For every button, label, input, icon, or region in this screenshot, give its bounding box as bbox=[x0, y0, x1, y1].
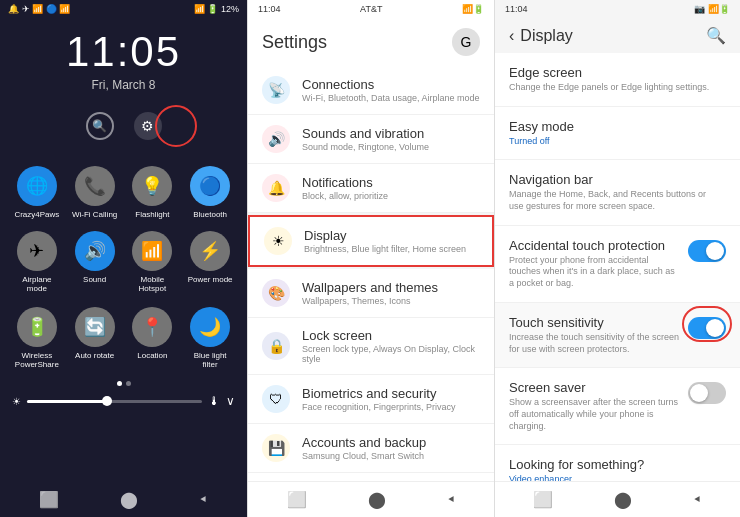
nav-back[interactable]: ‣ bbox=[199, 490, 208, 509]
bottom-nav-2: ⬜ ⬤ ‣ bbox=[248, 481, 494, 517]
screensaver-title: Screen saver bbox=[509, 380, 680, 395]
nav-circle[interactable]: ⬤ bbox=[120, 490, 138, 509]
settings-avatar[interactable]: G bbox=[452, 28, 480, 56]
app-item[interactable]: ✈ Airplane mode bbox=[12, 231, 62, 293]
app-label: Blue light filter bbox=[185, 351, 235, 369]
display-item-edgescreen[interactable]: Edge screen Change the Edge panels or Ed… bbox=[495, 53, 740, 107]
nav-back[interactable]: ‣ bbox=[447, 490, 456, 509]
app-item[interactable]: 🔵 Bluetooth bbox=[185, 166, 235, 219]
touchsensitivity-sub: Increase the touch sensitivity of the sc… bbox=[509, 332, 680, 355]
lockscreen-text: Lock screen Screen lock type, Always On … bbox=[302, 328, 480, 364]
display-item-screensaver[interactable]: Screen saver Show a screensaver after th… bbox=[495, 368, 740, 445]
display-sub: Brightness, Blue light filter, Home scre… bbox=[304, 244, 466, 254]
nav-circle[interactable]: ⬤ bbox=[368, 490, 386, 509]
nav-square[interactable]: ⬜ bbox=[287, 490, 307, 509]
status-icons-display: 📷 📶🔋 bbox=[694, 4, 730, 14]
nav-back[interactable]: ‣ bbox=[693, 490, 702, 509]
screensaver-toggle[interactable] bbox=[688, 382, 726, 404]
status-carrier: AT&T bbox=[360, 4, 382, 14]
app-item[interactable]: 📍 Location bbox=[128, 307, 178, 369]
app-icon-sound: 🔊 bbox=[75, 231, 115, 271]
app-icon-crazy4paws: 🌐 bbox=[17, 166, 57, 206]
settings-list: 📡 Connections Wi-Fi, Bluetooth, Data usa… bbox=[248, 66, 494, 481]
edgescreen-sub: Change the Edge panels or Edge lighting … bbox=[509, 82, 718, 94]
search-icon[interactable]: 🔍 bbox=[86, 112, 114, 140]
search-display-icon[interactable]: 🔍 bbox=[706, 26, 726, 45]
status-icons: 📶🔋 bbox=[462, 4, 484, 14]
accidental-content: Accidental touch protection Protect your… bbox=[509, 238, 680, 290]
touchsensitivity-title: Touch sensitivity bbox=[509, 315, 680, 330]
app-icon-autorotate: 🔄 bbox=[75, 307, 115, 347]
app-item[interactable]: 🔄 Auto rotate bbox=[70, 307, 120, 369]
display-item-navbar[interactable]: Navigation bar Manage the Home, Back, an… bbox=[495, 160, 740, 225]
accidental-toggle[interactable] bbox=[688, 240, 726, 262]
app-grid-row2: ✈ Airplane mode 🔊 Sound 📶 Mobile Hotspot… bbox=[0, 227, 247, 297]
display-item-looking: Looking for something? Video enhancer bbox=[495, 445, 740, 481]
settings-item-accounts[interactable]: 💾 Accounts and backup Samsung Cloud, Sma… bbox=[248, 424, 494, 473]
settings-item-sounds[interactable]: 🔊 Sounds and vibration Sound mode, Ringt… bbox=[248, 115, 494, 164]
display-text: Display Brightness, Blue light filter, H… bbox=[304, 228, 466, 254]
settings-title: Settings bbox=[262, 32, 327, 53]
expand-icon: ∨ bbox=[226, 394, 235, 408]
app-icon-bluetooth: 🔵 bbox=[190, 166, 230, 206]
screensaver-sub: Show a screensaver after the screen turn… bbox=[509, 397, 680, 432]
lockscreen-name: Lock screen bbox=[302, 328, 480, 343]
dot-active bbox=[117, 381, 122, 386]
brightness-control[interactable]: ☀ 🌡 ∨ bbox=[12, 394, 235, 408]
sounds-name: Sounds and vibration bbox=[302, 126, 429, 141]
notifications-icon: 🔔 bbox=[262, 174, 290, 202]
display-item-easymode[interactable]: Easy mode Turned off bbox=[495, 107, 740, 161]
status-bar-lockscreen: 🔔 ✈ 📶 🔵 📶 📶 🔋 12% bbox=[0, 0, 247, 18]
app-label: Wireless PowerShare bbox=[12, 351, 62, 369]
app-item[interactable]: 🔊 Sound bbox=[70, 231, 120, 293]
app-item[interactable]: 🌐 Crazy4Paws bbox=[12, 166, 62, 219]
nav-square[interactable]: ⬜ bbox=[39, 490, 59, 509]
display-item-accidental[interactable]: Accidental touch protection Protect your… bbox=[495, 226, 740, 303]
app-item[interactable]: ⚡ Power mode bbox=[185, 231, 235, 293]
nav-circle[interactable]: ⬤ bbox=[614, 490, 632, 509]
brightness-slider[interactable] bbox=[27, 400, 202, 403]
connections-name: Connections bbox=[302, 77, 480, 92]
navbar-sub: Manage the Home, Back, and Recents butto… bbox=[509, 189, 718, 212]
app-item[interactable]: 🔋 Wireless PowerShare bbox=[12, 307, 62, 369]
wallpapers-text: Wallpapers and themes Wallpapers, Themes… bbox=[302, 280, 438, 306]
clock-date: Fri, March 8 bbox=[0, 78, 247, 92]
accounts-text: Accounts and backup Samsung Cloud, Smart… bbox=[302, 435, 426, 461]
easymode-sub: Turned off bbox=[509, 136, 718, 148]
sounds-icon: 🔊 bbox=[262, 125, 290, 153]
settings-item-google[interactable]: G Google Google settings bbox=[248, 473, 494, 481]
app-item[interactable]: 🌙 Blue light filter bbox=[185, 307, 235, 369]
app-item[interactable]: 📞 Wi-Fi Calling bbox=[70, 166, 120, 219]
status-left-icons: 🔔 ✈ 📶 🔵 📶 bbox=[8, 4, 70, 14]
status-time: 11:04 bbox=[258, 4, 281, 14]
app-item[interactable]: 💡 Flashlight bbox=[128, 166, 178, 219]
settings-item-connections[interactable]: 📡 Connections Wi-Fi, Bluetooth, Data usa… bbox=[248, 66, 494, 115]
app-label: Crazy4Paws bbox=[14, 210, 59, 219]
biometrics-icon: 🛡 bbox=[262, 385, 290, 413]
app-label: Location bbox=[137, 351, 167, 360]
app-grid-row3: 🔋 Wireless PowerShare 🔄 Auto rotate 📍 Lo… bbox=[0, 303, 247, 373]
settings-item-display[interactable]: ☀ Display Brightness, Blue light filter,… bbox=[248, 215, 494, 267]
app-label: Sound bbox=[83, 275, 106, 284]
settings-item-biometrics[interactable]: 🛡 Biometrics and security Face recogniti… bbox=[248, 375, 494, 424]
settings-item-notifications[interactable]: 🔔 Notifications Block, allow, prioritize bbox=[248, 164, 494, 213]
app-item[interactable]: 📶 Mobile Hotspot bbox=[128, 231, 178, 293]
app-icon-bluelight: 🌙 bbox=[190, 307, 230, 347]
edgescreen-title: Edge screen bbox=[509, 65, 718, 80]
settings-item-wallpapers[interactable]: 🎨 Wallpapers and themes Wallpapers, Them… bbox=[248, 269, 494, 318]
settings-item-lockscreen[interactable]: 🔒 Lock screen Screen lock type, Always O… bbox=[248, 318, 494, 375]
notifications-sub: Block, allow, prioritize bbox=[302, 191, 388, 201]
app-label: Wi-Fi Calling bbox=[72, 210, 117, 219]
app-label: Bluetooth bbox=[193, 210, 227, 219]
dot bbox=[126, 381, 131, 386]
biometrics-text: Biometrics and security Face recognition… bbox=[302, 386, 456, 412]
display-item-touchsensitivity[interactable]: Touch sensitivity Increase the touch sen… bbox=[495, 303, 740, 368]
nav-square[interactable]: ⬜ bbox=[533, 490, 553, 509]
brightness-max-icon: 🌡 bbox=[208, 394, 220, 408]
looking-link[interactable]: Video enhancer bbox=[509, 474, 572, 481]
status-right: 📶 🔋 12% bbox=[194, 4, 239, 14]
app-label: Power mode bbox=[188, 275, 233, 284]
page-dots bbox=[0, 381, 247, 386]
back-button[interactable]: ‹ bbox=[509, 27, 514, 45]
app-label: Flashlight bbox=[135, 210, 169, 219]
